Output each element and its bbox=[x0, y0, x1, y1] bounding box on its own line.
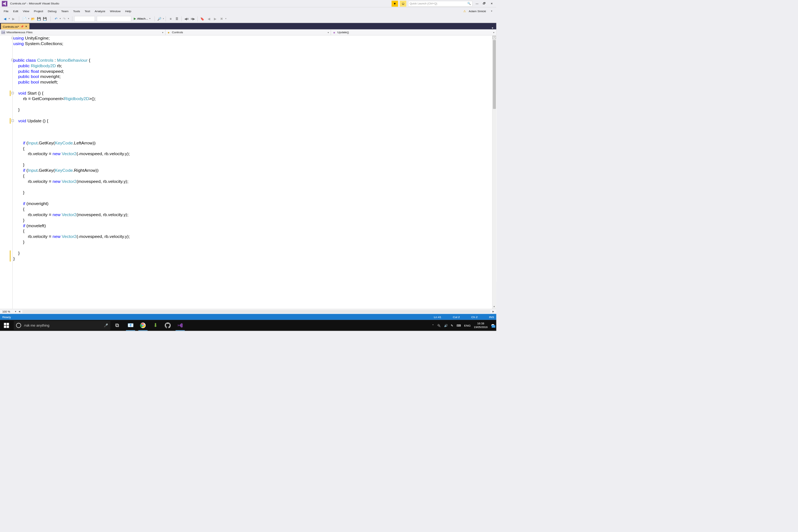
menu-view[interactable]: View bbox=[21, 8, 32, 14]
comment-button[interactable]: ≡ bbox=[168, 16, 173, 21]
code-line[interactable]: } bbox=[13, 250, 491, 256]
tray-pen-icon[interactable]: ✎ bbox=[451, 324, 453, 327]
bookmark-button[interactable]: 🔖 bbox=[200, 16, 205, 21]
feedback-smile-icon[interactable]: ☺ bbox=[400, 1, 406, 7]
code-line[interactable]: void Start () { bbox=[13, 91, 491, 96]
code-line[interactable]: { bbox=[13, 173, 491, 179]
menu-window[interactable]: Window bbox=[108, 8, 123, 14]
indent-less-button[interactable]: ◀≡ bbox=[184, 16, 189, 21]
new-project-button[interactable]: 📄 bbox=[22, 16, 27, 21]
code-line[interactable]: if (Input.GetKey(KeyCode.LeftArrow)) bbox=[13, 140, 491, 146]
menu-project[interactable]: Project bbox=[31, 8, 45, 14]
code-line[interactable] bbox=[13, 245, 491, 250]
menu-tools[interactable]: Tools bbox=[71, 8, 82, 14]
vertical-scrollbar[interactable]: ÷ ▲ ▼ bbox=[492, 35, 496, 309]
document-tab-controls[interactable]: Controls.cs* 📌 ✕ bbox=[1, 23, 29, 29]
menu-analyze[interactable]: Analyze bbox=[92, 8, 108, 14]
code-line[interactable] bbox=[13, 102, 491, 107]
redo-button[interactable]: ↷ bbox=[62, 16, 67, 21]
code-line[interactable]: } bbox=[13, 107, 491, 113]
code-line[interactable] bbox=[13, 129, 491, 135]
code-editor[interactable]: − − − − using UnityEngine;using System.C… bbox=[0, 35, 497, 309]
microphone-icon[interactable]: 🎤 bbox=[104, 323, 108, 327]
tray-clock[interactable]: 16:38 19/05/2016 bbox=[474, 322, 488, 329]
taskbar-visualstudio-icon[interactable] bbox=[174, 320, 186, 331]
code-line[interactable] bbox=[13, 184, 491, 190]
code-line[interactable]: { bbox=[13, 207, 491, 212]
tab-overflow-icon[interactable]: ▼ bbox=[490, 27, 495, 30]
menu-team[interactable]: Team bbox=[59, 8, 71, 14]
code-line[interactable]: { bbox=[13, 146, 491, 151]
code-line[interactable] bbox=[13, 124, 491, 129]
tray-volume-icon[interactable]: 🔊 bbox=[444, 324, 448, 327]
menu-help[interactable]: Help bbox=[123, 8, 134, 14]
solution-platform-dropdown[interactable] bbox=[97, 16, 131, 21]
code-line[interactable]: if (Input.GetKey(KeyCode.RightArrow)) bbox=[13, 168, 491, 173]
clear-bookmarks-button[interactable]: ✖ bbox=[219, 16, 224, 21]
code-line[interactable]: public bool moveleft; bbox=[13, 79, 491, 85]
tray-keyboard-icon[interactable]: ⌨ bbox=[457, 324, 461, 327]
zoom-dropdown[interactable]: 100 % ▼ bbox=[1, 310, 18, 313]
menu-file[interactable]: File bbox=[1, 8, 11, 14]
code-line[interactable]: } bbox=[13, 256, 491, 262]
code-line[interactable]: } bbox=[13, 190, 491, 195]
close-tab-icon[interactable]: ✕ bbox=[25, 25, 27, 28]
minimize-button[interactable]: — bbox=[474, 1, 480, 6]
horizontal-scrollbar[interactable] bbox=[22, 310, 490, 313]
code-line[interactable]: } bbox=[13, 217, 491, 223]
open-file-button[interactable]: 📂 bbox=[30, 16, 35, 21]
code-text-area[interactable]: using UnityEngine;using System.Collectio… bbox=[13, 35, 492, 309]
find-button[interactable]: 🔎 bbox=[157, 16, 162, 21]
code-line[interactable]: if (moveleft) bbox=[13, 223, 491, 228]
close-button[interactable]: ✕ bbox=[489, 1, 495, 6]
code-line[interactable]: rb.velocity = new Vector2(-movespeed, rb… bbox=[13, 234, 491, 239]
code-line[interactable]: rb.velocity = new Vector2(-movespeed, rb… bbox=[13, 151, 491, 157]
nav-back-button[interactable]: ◀ bbox=[2, 16, 8, 21]
indent-more-button[interactable]: ≡▶ bbox=[190, 16, 196, 21]
task-view-button[interactable]: ⧉ bbox=[111, 320, 123, 331]
scope-dropdown[interactable]: C# Miscellaneous Files bbox=[0, 30, 166, 35]
solution-config-dropdown[interactable] bbox=[74, 16, 95, 21]
nav-forward-button[interactable]: ▶ bbox=[11, 16, 16, 21]
maximize-button[interactable]: 🗗 bbox=[482, 1, 487, 6]
taskbar-chrome-icon[interactable] bbox=[137, 320, 149, 331]
code-line[interactable]: } bbox=[13, 162, 491, 168]
prev-bookmark-button[interactable]: ◀ bbox=[206, 16, 212, 21]
code-line[interactable]: public bool moveright; bbox=[13, 74, 491, 79]
next-bookmark-button[interactable]: ▶ bbox=[212, 16, 218, 21]
code-line[interactable]: public Rigidbody2D rb; bbox=[13, 63, 491, 68]
undo-button[interactable]: ↶ bbox=[53, 16, 59, 21]
code-line[interactable]: rb = GetComponent<Rigidbody2D>(); bbox=[13, 96, 491, 102]
code-line[interactable] bbox=[13, 113, 491, 118]
code-line[interactable]: public float movespeed; bbox=[13, 68, 491, 74]
scrollbar-thumb[interactable] bbox=[493, 40, 496, 109]
cortana-search-input[interactable]: Ask me anything 🎤 bbox=[14, 321, 110, 330]
menu-test[interactable]: Test bbox=[82, 8, 92, 14]
start-button[interactable] bbox=[0, 320, 13, 331]
menu-edit[interactable]: Edit bbox=[11, 8, 20, 14]
tray-language[interactable]: ENG bbox=[464, 324, 471, 327]
tray-power-icon[interactable]: 🔌 bbox=[437, 324, 441, 327]
code-line[interactable]: if (moveright) bbox=[13, 201, 491, 207]
code-line[interactable] bbox=[13, 195, 491, 201]
notifications-flag-icon[interactable]: ▾ bbox=[392, 1, 398, 7]
save-button[interactable]: 💾 bbox=[36, 16, 42, 21]
attach-button[interactable]: ▶ Attach... ▼ bbox=[132, 16, 153, 21]
taskbar-downloads-icon[interactable]: ⬇ bbox=[149, 320, 161, 331]
save-all-button[interactable]: 💾 bbox=[42, 16, 48, 21]
code-line[interactable] bbox=[13, 157, 491, 162]
pin-icon[interactable]: 📌 bbox=[21, 25, 23, 28]
code-line[interactable] bbox=[13, 85, 491, 91]
menu-debug[interactable]: Debug bbox=[45, 8, 59, 14]
taskbar-github-icon[interactable] bbox=[162, 320, 174, 331]
code-line[interactable] bbox=[13, 47, 491, 52]
code-line[interactable]: } bbox=[13, 239, 491, 245]
code-line[interactable]: public class Controls : MonoBehaviour { bbox=[13, 58, 491, 63]
quick-launch-input[interactable]: Quick Launch (Ctrl+Q) 🔍 bbox=[408, 1, 473, 6]
code-line[interactable]: void Update () { bbox=[13, 118, 491, 124]
editor-gutter[interactable]: − − − − bbox=[0, 35, 13, 309]
code-line[interactable]: { bbox=[13, 228, 491, 234]
action-center-icon[interactable]: 💬 bbox=[491, 324, 495, 327]
code-line[interactable]: using System.Collections; bbox=[13, 41, 491, 47]
member-dropdown[interactable]: ◉ Update() bbox=[331, 30, 497, 35]
